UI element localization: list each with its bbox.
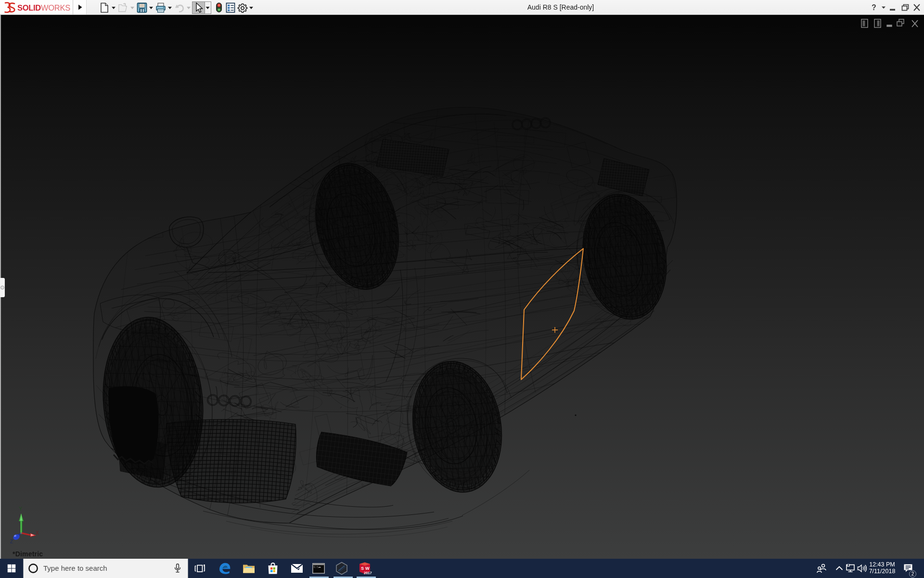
close-document-icon[interactable] (912, 20, 918, 27)
chevron-up-icon (835, 565, 843, 571)
task-view-button[interactable] (189, 559, 211, 578)
sw-letter-w: W (365, 566, 370, 571)
settings-gear-icon[interactable] (237, 2, 248, 13)
mail-icon (291, 564, 303, 573)
titlebar: SOLID WORKS (0, 0, 924, 15)
taskbar-clock[interactable]: 12:43 PM 7/11/2018 (866, 559, 898, 578)
solidworks-visualize-icon (335, 562, 348, 575)
titlebar-controls: ? (858, 0, 920, 15)
solidworks-2017-button[interactable]: S W 2017 (354, 559, 376, 578)
restore-window-icon[interactable] (902, 5, 909, 11)
svg-text:X: X (36, 530, 39, 536)
help-dropdown-icon[interactable] (882, 7, 886, 9)
open-dropdown-icon[interactable] (130, 6, 134, 9)
document-window-controls (858, 18, 921, 30)
sw-year: 2017 (364, 571, 372, 575)
mail-button[interactable] (286, 559, 308, 578)
search-placeholder: Type here to search (43, 559, 107, 578)
cortana-icon (28, 563, 38, 574)
minimize-document-icon[interactable] (887, 25, 892, 26)
reference-triad: Y X Z (4, 484, 47, 549)
collapsed-panel-tab[interactable] (0, 278, 5, 297)
new-document-icon[interactable] (99, 2, 110, 13)
speaker-icon (857, 564, 867, 573)
svg-text:Y: Y (19, 506, 23, 512)
flyout-arrow-icon (73, 0, 87, 14)
settings-dropdown-icon[interactable] (249, 6, 253, 9)
show-hidden-icons-button[interactable] (834, 559, 846, 578)
panel-expand-icon[interactable] (0, 286, 4, 289)
windows-logo-icon (8, 565, 16, 573)
window-title: Audi R8 S [Read-only] (491, 0, 630, 15)
pane-right-icon[interactable] (874, 19, 881, 27)
clock-date: 7/11/2018 (866, 568, 898, 575)
view-orientation-label: *Dimetric (13, 550, 43, 558)
notification-badge: 2 (909, 570, 916, 578)
options-list-icon[interactable] (225, 2, 236, 13)
start-button[interactable] (0, 559, 23, 578)
select-cursor-icon (192, 2, 205, 13)
restore-document-icon[interactable] (897, 19, 904, 26)
close-window-icon[interactable] (914, 4, 920, 11)
people-icon (817, 564, 827, 574)
taskbar: Type here to search (0, 559, 924, 578)
sw-letter-s: S (361, 566, 364, 571)
select-tool-button[interactable] (192, 1, 205, 14)
triad-y-axis: Y (19, 506, 24, 533)
network-icon (846, 564, 855, 573)
svg-text:Z: Z (10, 539, 13, 544)
menu-flyout-button[interactable] (73, 0, 87, 14)
triad-x-axis: X (22, 530, 39, 537)
save-icon[interactable] (137, 2, 147, 13)
solidworks-2017-icon: S W 2017 (358, 562, 372, 575)
save-dropdown-icon[interactable] (149, 6, 153, 9)
taskbar-search[interactable]: Type here to search (23, 559, 188, 578)
visualize-button[interactable] (331, 559, 353, 578)
people-button[interactable] (815, 559, 829, 578)
open-icon[interactable] (118, 2, 128, 13)
select-tool-dropdown[interactable] (205, 1, 211, 14)
dassault-3ds-icon (5, 3, 15, 13)
rebuild-traffic-light-icon[interactable] (214, 2, 224, 13)
store-button[interactable] (262, 559, 284, 578)
minimize-window-icon[interactable] (890, 9, 895, 11)
command-prompt-glyph: C:\ (314, 565, 319, 568)
command-prompt-icon: C:\ (312, 563, 325, 574)
clock-time: 12:43 PM (866, 561, 898, 568)
print-icon[interactable] (155, 2, 166, 13)
edge-button[interactable] (214, 559, 236, 578)
microphone-icon[interactable] (174, 564, 181, 573)
undo-icon[interactable] (174, 2, 185, 13)
edge-icon (218, 562, 231, 575)
print-dropdown-icon[interactable] (168, 6, 172, 9)
desktop: Y X Z *Dimetric (0, 0, 924, 578)
solidworks-logo[interactable]: SOLID WORKS (0, 0, 73, 14)
undo-dropdown-icon[interactable] (187, 6, 191, 9)
file-explorer-button[interactable] (238, 559, 260, 578)
command-prompt-button[interactable]: C:\ (308, 559, 330, 578)
new-document-dropdown-icon[interactable] (112, 6, 116, 9)
file-explorer-icon (243, 563, 255, 574)
brand-works: WORKS (41, 3, 70, 12)
graphics-viewport[interactable]: Y X Z *Dimetric (0, 15, 924, 559)
triad-z-axis: Z (10, 533, 21, 544)
wireframe-car-canvas (0, 15, 924, 559)
task-view-icon (194, 563, 206, 574)
help-icon[interactable]: ? (872, 3, 876, 12)
pane-left-icon[interactable] (861, 19, 868, 27)
network-button[interactable] (845, 559, 856, 578)
store-icon (267, 563, 279, 575)
brand-solid: SOLID (17, 3, 41, 12)
